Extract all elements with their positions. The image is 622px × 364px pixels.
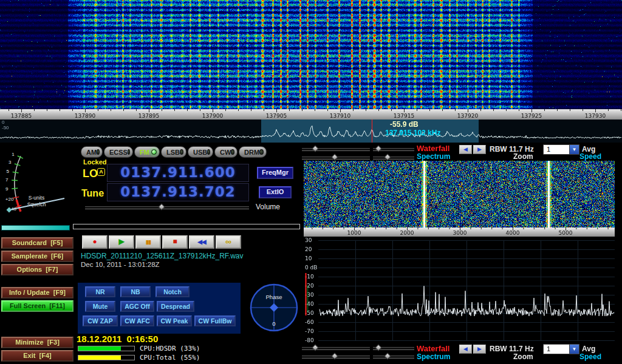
smeter-tick-1: 1 (12, 152, 15, 157)
mode-button-ecss[interactable]: ECSS (104, 146, 133, 158)
sidebar-button-info-update[interactable]: Info / Update [F9] (1, 287, 73, 298)
mode-button-lsb[interactable]: LSB (161, 146, 186, 158)
freqmgr-button[interactable]: FreqMgr (257, 167, 293, 179)
waterfall-offset-slider-bottom[interactable] (373, 345, 414, 351)
smeter-tick-9: 9 (5, 186, 9, 192)
sidebar-button-samplerate[interactable]: Samplerate [F6] (1, 251, 73, 262)
spectrum-label-bottom[interactable]: Spectrum (417, 352, 450, 361)
play-button[interactable]: ▶ (109, 235, 134, 249)
dsp-button-mute[interactable]: Mute (85, 301, 115, 312)
shift-left-button-bottom[interactable]: ◀ (459, 345, 472, 354)
waterfall-label-top[interactable]: Waterfall (417, 144, 449, 153)
pause-icon: ▮▮ (146, 239, 151, 245)
spectrum-label-top[interactable]: Spectrum (417, 152, 450, 161)
dsp-button-cw-afc[interactable]: CW AFC (120, 315, 154, 326)
cpu-hdsdr-bar (78, 346, 135, 351)
recording-filename: HDSDR_20111210_125611Z_137912kHz_RF.wav (81, 252, 244, 260)
shift-left-button-top[interactable]: ◀ (459, 145, 472, 154)
dsp-button-cw-peak[interactable]: CW Peak (157, 315, 192, 326)
lock-a-badge[interactable]: A (97, 168, 105, 176)
s-units-label: S-units (29, 195, 44, 201)
slider-thumb[interactable] (384, 352, 391, 359)
extio-button[interactable]: ExtIO (259, 186, 292, 198)
stop-button[interactable]: ■ (162, 235, 188, 249)
mode-button-usb[interactable]: USB (188, 146, 213, 158)
waterfall-label-bottom[interactable]: Waterfall (417, 344, 449, 353)
volume-slider[interactable] (85, 204, 249, 211)
lo-label: LO (83, 167, 98, 180)
slider-thumb[interactable] (384, 153, 391, 160)
record-button[interactable]: ● (82, 235, 108, 249)
frequency-scale[interactable] (0, 109, 622, 120)
squelch-level-bar[interactable] (1, 225, 70, 231)
spectrum-range-slider-bottom[interactable] (373, 353, 414, 360)
dsp-button-nr[interactable]: NR (85, 286, 115, 297)
mode-label: DRM (244, 149, 259, 156)
dsp-button-cw-zap[interactable]: CW ZAP (83, 315, 118, 326)
dsp-button-agc[interactable]: AGC Off (120, 301, 154, 312)
shift-right-button-bottom[interactable]: ▶ (473, 345, 486, 354)
phase-indicator[interactable]: Phase 0 (248, 279, 300, 335)
audio-spectrum-display[interactable] (304, 237, 615, 343)
dsp-button-cw-fullbw[interactable]: CW FullBw (194, 315, 236, 326)
cpu-total-bar-fill (78, 356, 121, 360)
dsp-button-nb[interactable]: NB (120, 286, 151, 297)
slider-thumb[interactable] (375, 344, 381, 351)
hdsdr-app: 0 -50 -55.9 dB 137.915.102 kHz 1 3 5 7 9… (0, 0, 622, 364)
dsp-button-notch[interactable]: Notch (156, 286, 190, 297)
lo-frequency-display[interactable]: 0137.911.600 (107, 164, 249, 182)
slider-thumb[interactable] (331, 153, 338, 160)
sidebar-button-soundcard[interactable]: Soundcard [F5] (1, 237, 73, 249)
loop-button[interactable]: ∞ (216, 235, 241, 249)
sidebar-button-exit[interactable]: Exit [F4] (1, 350, 73, 362)
sidebar-button-options[interactable]: Options [F7] (1, 264, 73, 275)
mode-label: AM (86, 149, 97, 156)
mode-label: LSB (166, 149, 180, 156)
volume-label: Volume (256, 203, 280, 211)
overview-axis-label-50: -50 (2, 125, 9, 130)
pause-button[interactable]: ▮▮ (135, 235, 161, 249)
playback-progress-track[interactable] (73, 224, 300, 229)
cpu-hdsdr-bar-fill (78, 346, 121, 351)
slider-thumb[interactable] (331, 352, 338, 359)
sidebar-button-fullscreen[interactable]: Full Screen [F11] (1, 300, 73, 312)
mode-button-fm[interactable]: FM (134, 146, 160, 158)
smeter-tick-7: 7 (5, 177, 9, 183)
volume-slider-thumb[interactable] (158, 203, 165, 210)
main-waterfall-display[interactable] (0, 0, 622, 109)
speed-dropdown-bottom[interactable]: 1 ▼ (543, 344, 579, 354)
spectrum-gain-slider-top[interactable] (302, 154, 370, 161)
cpu-total-bar (78, 355, 135, 360)
spectrum-range-slider-top[interactable] (373, 154, 414, 161)
dsp-button-despread[interactable]: Despread (157, 301, 194, 312)
mode-button-drm[interactable]: DRM (239, 146, 267, 158)
chevron-down-icon[interactable]: ▼ (569, 345, 579, 354)
mode-button-am[interactable]: AM (81, 146, 103, 158)
mode-led-icon (180, 149, 183, 155)
speed-dropdown-value: 1 (544, 145, 569, 154)
mode-button-cw[interactable]: CW (214, 146, 238, 158)
s-meter: 1 3 5 7 9 +20 +40 S-units Squelch (1, 145, 68, 224)
waterfall-contrast-slider-top[interactable] (302, 146, 370, 152)
slider-thumb[interactable] (312, 344, 318, 351)
mode-label: ECSS (109, 149, 128, 156)
rewind-button[interactable]: ◀◀ (189, 235, 214, 249)
mode-label: USB (193, 149, 207, 156)
slider-thumb[interactable] (312, 145, 318, 152)
audio-frequency-scale[interactable] (304, 228, 615, 237)
slider-thumb[interactable] (375, 145, 381, 152)
mode-led-icon (151, 149, 157, 155)
shift-right-button-top[interactable]: ▶ (473, 145, 486, 154)
cpu-hdsdr-text: CPU:HDSDR (33%) (140, 345, 200, 352)
audio-waterfall-display[interactable] (304, 161, 615, 228)
waterfall-contrast-slider-bottom[interactable] (302, 345, 370, 351)
stop-icon: ■ (173, 237, 177, 246)
sidebar-button-minimize[interactable]: Minimize [F3] (1, 337, 73, 348)
tune-frequency-display[interactable]: 0137.913.702 (107, 183, 249, 201)
waterfall-offset-slider-top[interactable] (373, 146, 414, 152)
speed-dropdown-top[interactable]: 1 ▼ (543, 144, 579, 155)
spectrum-gain-slider-bottom[interactable] (302, 353, 370, 360)
overview-spectrum[interactable] (0, 120, 622, 143)
chevron-down-icon[interactable]: ▼ (569, 145, 579, 154)
rbw-label-bottom: RBW 11.7 Hz (490, 345, 534, 353)
